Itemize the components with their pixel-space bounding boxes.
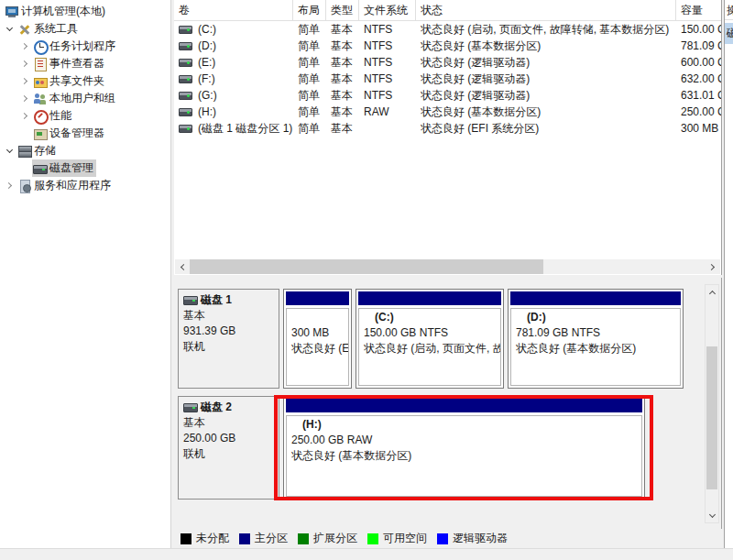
tree-item[interactable]: 设备管理器: [0, 125, 170, 142]
expander-icon[interactable]: [18, 72, 32, 90]
drive-icon: [179, 26, 192, 34]
partition[interactable]: (D:) 781.09 GB NTFS 状态良好 (基本数据分区): [508, 289, 684, 389]
column-header[interactable]: 类型: [326, 0, 359, 20]
legend-item: 未分配: [181, 531, 229, 546]
volume-status: 状态良好 (逻辑驱动器): [416, 55, 676, 71]
volume-layout: 简单: [293, 71, 326, 87]
expander-icon[interactable]: [18, 107, 32, 125]
computer-icon: [5, 5, 19, 19]
volume-layout: 简单: [293, 88, 326, 104]
volume-row[interactable]: (E:) 简单 基本 NTFS 状态良好 (逻辑驱动器) 600.00 GB: [174, 54, 721, 71]
tree-item-label: 本地用户和组: [48, 91, 115, 106]
shared-folders-icon: [33, 74, 48, 89]
tree-item[interactable]: 本地用户和组: [0, 90, 170, 107]
tree-item[interactable]: 服务和应用程序: [0, 177, 170, 194]
tools-icon: [17, 22, 32, 37]
legend-label: 可用空间: [383, 531, 427, 546]
drive-icon: [179, 108, 192, 116]
disk-size: 250.00 GB: [183, 431, 279, 446]
volume-name: (D:): [198, 39, 216, 52]
volume-status: 状态良好 (逻辑驱动器): [416, 71, 676, 87]
volume-row[interactable]: (C:) 简单 基本 NTFS 状态良好 (启动, 页面文件, 故障转储, 基本…: [174, 21, 721, 38]
expander-icon[interactable]: [18, 38, 32, 55]
legend-color-swatch: [181, 533, 191, 544]
scroll-right-arrow-icon[interactable]: [706, 259, 720, 274]
volume-type: 基本: [326, 55, 359, 71]
partition-type-band: [286, 291, 349, 305]
storage-icon: [17, 144, 32, 159]
volume-name: (C:): [198, 23, 216, 36]
volume-filesystem: NTFS: [359, 56, 416, 69]
scrollbar-thumb[interactable]: [190, 259, 543, 274]
expander-icon[interactable]: [3, 20, 16, 38]
volume-layout: 简单: [293, 38, 326, 54]
volume-filesystem: NTFS: [359, 89, 416, 102]
expander-icon[interactable]: [18, 90, 32, 107]
actions-selected-item[interactable]: 磁盘管理: [725, 23, 733, 44]
partition[interactable]: 300 MB 状态良好 (EFI 系统分区): [283, 289, 352, 389]
volume-status: 状态良好 (启动, 页面文件, 故障转储, 基本数据分区): [416, 22, 676, 38]
task-scheduler-icon: [33, 39, 48, 54]
expander-icon[interactable]: [18, 125, 32, 142]
tree-item[interactable]: 事件查看器: [0, 55, 170, 72]
volume-filesystem: NTFS: [359, 72, 416, 85]
expander-icon[interactable]: [18, 159, 32, 177]
volume-type: 基本: [326, 22, 359, 38]
tree-item[interactable]: 共享文件夹: [0, 72, 170, 90]
disk-label[interactable]: 磁盘 1 基本 931.39 GB 联机: [178, 289, 279, 389]
tree-item-label: 存储: [32, 143, 56, 159]
scrollbar-thumb[interactable]: [706, 346, 717, 489]
volume-row[interactable]: (磁盘 1 磁盘分区 1) 简单 基本 状态良好 (EFI 系统分区) 300 …: [174, 120, 721, 137]
volume-filesystem: RAW: [359, 105, 416, 118]
tree-item[interactable]: 计算机管理(本地): [0, 3, 170, 20]
volume-row[interactable]: (G:) 简单 基本 NTFS 状态良好 (逻辑驱动器) 631.01 GB: [174, 87, 721, 104]
expander-icon[interactable]: [3, 142, 16, 159]
partition-type-band: [286, 399, 642, 412]
volume-filesystem: NTFS: [359, 23, 416, 36]
volume-row[interactable]: (F:) 简单 基本 NTFS 状态良好 (逻辑驱动器) 632.00 GB: [174, 71, 721, 87]
column-header[interactable]: 状态: [416, 0, 676, 20]
tree-item[interactable]: 任务计划程序: [0, 38, 170, 55]
tree-item[interactable]: 磁盘管理: [0, 159, 170, 177]
volume-capacity: 250.00 GB: [676, 105, 722, 118]
column-header[interactable]: 文件系统: [359, 0, 416, 20]
disk-name: 磁盘 1: [201, 292, 232, 308]
tree-item[interactable]: 系统工具: [0, 20, 170, 38]
volume-name: (磁盘 1 磁盘分区 1): [198, 121, 292, 137]
tree-item[interactable]: 性能: [0, 107, 170, 125]
scroll-up-arrow-icon[interactable]: [706, 285, 718, 299]
partition[interactable]: (C:) 150.00 GB NTFS 状态良好 (启动, 页面文件, 故障转储…: [356, 289, 504, 389]
disk-icon: [33, 161, 48, 176]
column-header[interactable]: 容量: [676, 0, 722, 20]
tree-item[interactable]: 存储: [0, 142, 170, 159]
tree-item-label: 任务计划程序: [48, 38, 115, 54]
expander-icon[interactable]: [18, 55, 32, 72]
disk-status: 联机: [183, 446, 279, 462]
disk-label[interactable]: 磁盘 2 基本 250.00 GB 联机: [178, 396, 279, 500]
volume-row[interactable]: (D:) 简单 基本 NTFS 状态良好 (基本数据分区) 781.09 GB: [174, 38, 721, 54]
partition[interactable]: (H:) 250.00 GB RAW 状态良好 (基本数据分区): [283, 396, 645, 500]
services-icon: [17, 179, 32, 193]
volume-type: 基本: [326, 38, 359, 54]
expander-icon[interactable]: [3, 177, 16, 194]
device-manager-icon: [33, 126, 48, 141]
partition-legend: 未分配 主分区 扩展分区 可用空间 逻辑驱动器: [174, 529, 722, 548]
horizontal-scrollbar[interactable]: [175, 259, 720, 274]
performance-icon: [33, 109, 48, 124]
partition-type-band: [510, 291, 681, 305]
column-header[interactable]: 卷: [174, 0, 293, 20]
volume-capacity: 631.01 GB: [676, 89, 722, 102]
disk-type: 基本: [183, 415, 279, 431]
tree-item-label: 磁盘管理: [48, 160, 93, 176]
volume-capacity: 600.00 GB: [676, 56, 722, 69]
scroll-down-arrow-icon[interactable]: [706, 509, 718, 522]
column-header[interactable]: 布局: [293, 0, 326, 20]
partition-status: 状态良好 (启动, 页面文件, 故障转储, 基本数据分区): [364, 341, 496, 357]
volume-row[interactable]: (H:) 简单 基本 RAW 状态良好 (基本数据分区) 250.00 GB: [174, 104, 721, 120]
disk-status: 联机: [183, 339, 279, 355]
scroll-left-arrow-icon[interactable]: [175, 259, 190, 274]
legend-item: 逻辑驱动器: [437, 531, 508, 546]
disk-size: 931.39 GB: [183, 324, 279, 339]
partition-title: [291, 310, 344, 325]
vertical-scrollbar[interactable]: [705, 284, 719, 523]
